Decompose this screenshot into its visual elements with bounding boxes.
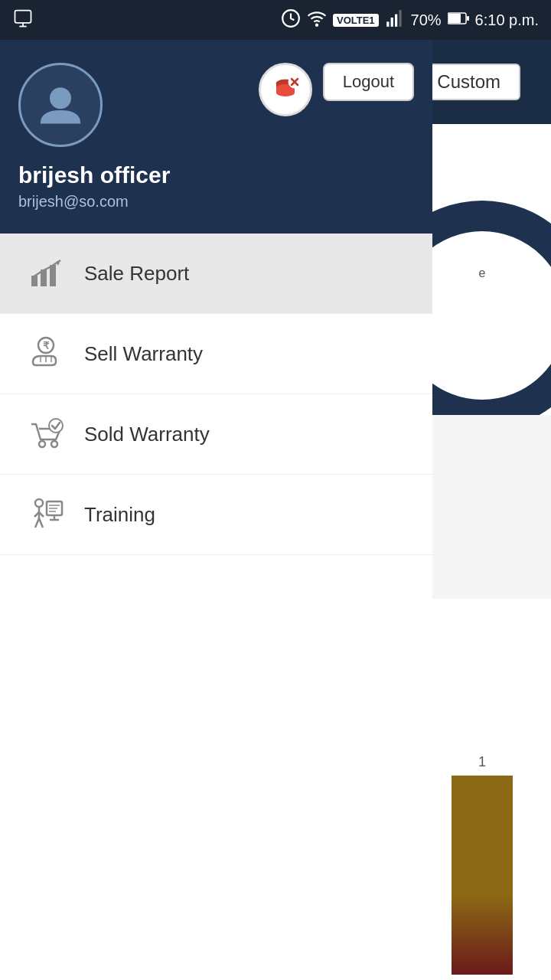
- sell-warranty-icon: ₹: [23, 331, 69, 377]
- drawer-overlay: Logout brijesh officer brijesh@so.com Sa…: [0, 40, 432, 980]
- svg-rect-25: [50, 265, 56, 286]
- svg-point-32: [39, 441, 45, 447]
- sale-report-icon: [23, 250, 69, 296]
- svg-line-40: [39, 518, 43, 528]
- svg-rect-0: [15, 11, 31, 23]
- bar-value: 1: [452, 754, 513, 770]
- battery-icon: [448, 11, 469, 29]
- menu-label-sold-warranty: Sold Warranty: [84, 423, 210, 446]
- svg-rect-8: [399, 10, 401, 27]
- svg-rect-5: [386, 21, 389, 27]
- profile-actions: Logout: [259, 63, 414, 116]
- svg-marker-26: [56, 260, 60, 266]
- menu-section: Sale Report ₹ Sell Warranty: [0, 234, 432, 980]
- menu-label-sell-warranty: Sell Warranty: [84, 342, 203, 366]
- svg-point-35: [35, 499, 43, 507]
- svg-point-14: [50, 87, 71, 109]
- profile-name: brijesh officer: [18, 162, 170, 188]
- volte-badge: VOLTE1: [333, 14, 379, 27]
- svg-text:e: e: [479, 266, 486, 279]
- svg-point-19: [276, 89, 295, 96]
- svg-rect-11: [467, 16, 469, 21]
- wifi-icon: [307, 8, 327, 31]
- svg-point-34: [49, 419, 63, 433]
- sold-warranty-icon: [23, 411, 69, 457]
- profile-email: brijesh@so.com: [18, 193, 129, 211]
- profile-top: Logout: [18, 63, 414, 147]
- status-bar: VOLTE1 70% 6:10 p.m.: [0, 0, 551, 40]
- custom-button[interactable]: Custom: [417, 64, 520, 100]
- svg-line-39: [35, 518, 39, 528]
- time-display: 6:10 p.m.: [475, 11, 539, 29]
- menu-item-sell-warranty[interactable]: ₹ Sell Warranty: [0, 314, 432, 394]
- menu-item-training[interactable]: Training: [0, 475, 432, 555]
- profile-section: Logout brijesh officer brijesh@so.com: [0, 40, 432, 234]
- clock-icon: [281, 8, 301, 31]
- svg-point-4: [316, 24, 318, 26]
- bg-bar-chart: 1 Feb: [413, 599, 551, 980]
- svg-text:₹: ₹: [43, 340, 50, 351]
- training-icon: [23, 492, 69, 537]
- menu-label-training: Training: [84, 503, 155, 527]
- avatar: [18, 63, 103, 147]
- menu-label-sale-report: Sale Report: [84, 262, 189, 286]
- battery-text: 70%: [411, 11, 442, 29]
- db-error-icon[interactable]: [259, 63, 312, 116]
- logout-button[interactable]: Logout: [323, 63, 414, 101]
- signal-icon: [385, 8, 405, 31]
- svg-rect-7: [395, 15, 397, 27]
- svg-point-12: [413, 216, 551, 415]
- svg-rect-10: [448, 14, 461, 23]
- bg-donut-chart: e: [413, 124, 551, 415]
- svg-rect-6: [390, 18, 393, 27]
- menu-item-sale-report[interactable]: Sale Report: [0, 234, 432, 314]
- svg-point-33: [51, 441, 57, 447]
- status-icon-image: [12, 8, 34, 32]
- menu-item-sold-warranty[interactable]: Sold Warranty: [0, 394, 432, 475]
